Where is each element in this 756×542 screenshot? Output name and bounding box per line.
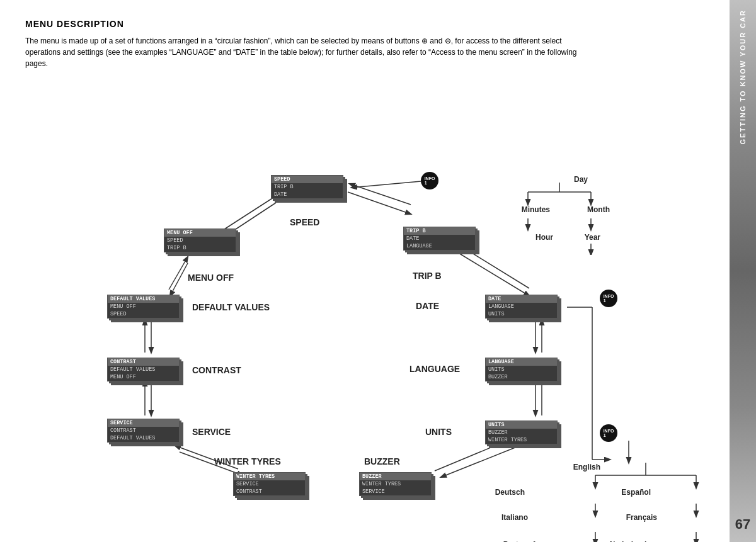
screen-buzzer: BUZZER WINTER TYRES SERVICE [359, 472, 432, 496]
svg-line-21 [170, 263, 188, 296]
label-buzzer: BUZZER [364, 456, 400, 466]
screen-default-values: DEFAULT VALUES MENU OFF SPEED [107, 295, 180, 319]
lang-francais: Français [626, 513, 657, 522]
screen-units: UNITS BUZZER WINTER TYRES [485, 421, 558, 444]
diagram-area: INFO1 INFO1 INFO1 SPEED TRIP B DATE SPEE… [25, 82, 711, 485]
screen-contrast: CONTRAST DEFAULT VALUES MENU OFF [107, 358, 180, 381]
page-title: MENU DESCRIPTION [25, 19, 711, 29]
lang-espanol: Español [621, 488, 651, 497]
svg-line-20 [169, 257, 188, 290]
screen-winter-tyres: WINTER TYRES SERVICE CONTRAST [233, 472, 306, 496]
svg-line-1 [350, 184, 411, 205]
screen-tripb: TRIP B DATE LANGUAGE [403, 227, 476, 251]
page-description: The menu is made up of a set of function… [25, 35, 592, 69]
main-content: MENU DESCRIPTION The menu is made up of … [0, 0, 730, 542]
sidebar-text: GETTING TO KNOW YOUR CAR [739, 9, 747, 144]
lang-tree-svg [573, 460, 756, 542]
info-badge-speed: INFO1 [421, 172, 438, 189]
svg-line-3 [220, 194, 279, 232]
label-date: DATE [416, 301, 439, 311]
lang-english: English [573, 463, 600, 471]
svg-line-5 [460, 246, 529, 288]
date-tree-day: Day [574, 175, 588, 184]
label-tripb: TRIP B [413, 271, 442, 281]
date-tree-minutes: Minutes [522, 205, 550, 214]
lang-deutsch: Deutsch [495, 488, 525, 497]
date-tree-year: Year [585, 233, 600, 242]
screen-speed: SPEED TRIP B DATE [271, 175, 343, 199]
label-winter-tyres: WINTER TYRES [214, 456, 281, 466]
screen-service: SERVICE CONTRAST DEFAULT VALUES [107, 419, 180, 443]
lang-italiano: Italiano [501, 513, 528, 522]
svg-line-0 [348, 192, 411, 214]
date-tree-month: Month [587, 205, 610, 214]
info-badge-date: INFO1 [600, 290, 617, 307]
label-service: SERVICE [192, 427, 231, 437]
svg-line-22 [352, 181, 421, 188]
page-number: 67 [735, 516, 750, 533]
screen-menu-off: MENU OFF SPEED TRIP B [164, 229, 236, 252]
label-default-values: DEFAULT VALUES [192, 302, 270, 312]
label-units: UNITS [425, 427, 452, 437]
label-menu-off: MENU OFF [188, 273, 234, 283]
svg-line-10 [441, 447, 517, 477]
date-tree-svg [509, 173, 635, 255]
info-badge-units: INFO1 [600, 424, 617, 442]
screen-language: LANGUAGE UNITS BUZZER [485, 358, 558, 381]
screen-date: DATE LANGUAGE UNITS [485, 295, 558, 319]
svg-line-4 [459, 253, 529, 296]
sidebar: GETTING TO KNOW YOUR CAR 67 [730, 0, 756, 542]
label-contrast: CONTRAST [192, 365, 241, 375]
label-language: LANGUAGE [410, 364, 460, 374]
label-speed: SPEED [290, 217, 319, 227]
date-tree-hour: Hour [536, 233, 553, 242]
